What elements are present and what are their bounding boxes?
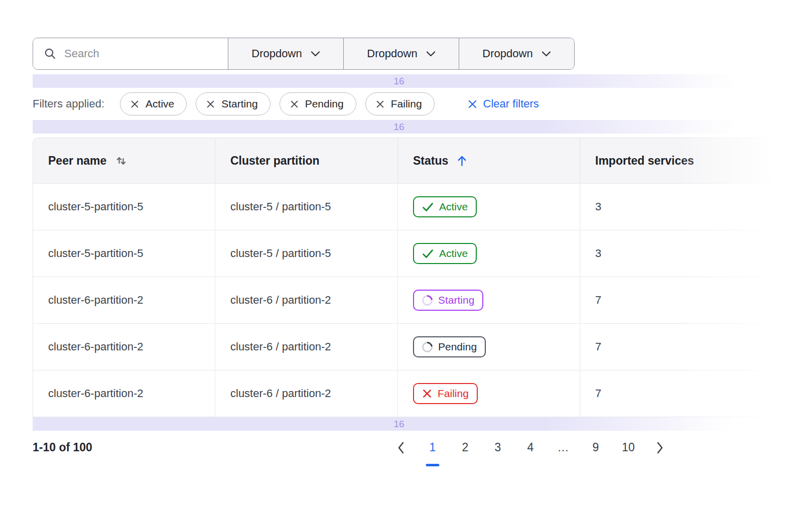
cell-imported-services: 7	[580, 324, 812, 370]
table-row: cluster-6-partition-2 cluster-6 / partit…	[33, 370, 812, 417]
column-header-status[interactable]: Status	[398, 138, 580, 183]
column-header-peer-name[interactable]: Peer name	[33, 138, 215, 183]
cell-imported-services: 7	[580, 370, 812, 417]
table-row: cluster-5-partition-5 cluster-5 / partit…	[33, 183, 812, 230]
cell-status: Failing	[398, 370, 580, 417]
spacing-annotation: 16	[33, 417, 765, 431]
remove-filter-icon[interactable]	[206, 100, 215, 108]
cell-status: Active	[398, 230, 580, 277]
cell-cluster-partition: cluster-6 / partition-2	[215, 277, 398, 323]
cell-status: Active	[398, 184, 580, 230]
pagination-ellipsis: …	[556, 441, 570, 454]
status-badge-failing: Failing	[413, 383, 478, 404]
peers-table: Peer name Cluster partition Status	[33, 138, 812, 417]
table-header-row: Peer name Cluster partition Status	[33, 138, 812, 183]
chevron-down-icon	[311, 51, 320, 57]
cell-imported-services: 3	[580, 230, 812, 277]
page-button-4[interactable]: 4	[523, 441, 537, 454]
filter-chip-starting[interactable]: Starting	[196, 92, 270, 115]
column-header-label: Status	[413, 154, 448, 168]
spinner-icon	[420, 339, 435, 354]
cell-imported-services: 7	[580, 277, 812, 323]
clear-filters-button[interactable]: Clear filters	[468, 97, 539, 110]
status-badge-label: Active	[439, 247, 468, 260]
table-row: cluster-6-partition-2 cluster-6 / partit…	[33, 323, 812, 370]
filters-bar: Filters applied: Active Starting Pending…	[33, 92, 812, 116]
filter-chip-label: Active	[146, 98, 174, 110]
cell-cluster-partition: cluster-5 / partition-5	[215, 230, 398, 277]
remove-filter-icon[interactable]	[376, 100, 384, 108]
filter-chip-pending[interactable]: Pending	[280, 92, 356, 115]
dropdown-label: Dropdown	[251, 47, 302, 60]
filter-chip-failing[interactable]: Failing	[365, 92, 435, 115]
cell-peer-name: cluster-5-partition-5	[33, 184, 215, 230]
status-badge-label: Failing	[438, 388, 469, 400]
status-badge-active: Active	[413, 243, 477, 264]
page-button-2[interactable]: 2	[458, 441, 472, 454]
dropdown-button-3[interactable]: Dropdown	[459, 38, 574, 69]
page-button-10[interactable]: 10	[621, 441, 635, 454]
page-button-9[interactable]: 9	[589, 441, 603, 454]
status-badge-label: Active	[439, 201, 468, 213]
pagination-summary: 1-10 of 100	[33, 441, 92, 454]
cell-status: Starting	[398, 277, 580, 323]
spacing-annotation-label: 16	[393, 419, 404, 430]
filter-chip-label: Pending	[305, 98, 344, 110]
check-icon	[422, 202, 434, 212]
status-badge-starting: Starting	[413, 290, 483, 311]
spacing-annotation: 16	[33, 74, 765, 88]
filter-chip-active[interactable]: Active	[120, 92, 187, 115]
cell-cluster-partition: cluster-6 / partition-2	[215, 370, 398, 417]
page: Dropdown Dropdown Dropdown 16 Filters ap…	[0, 0, 812, 454]
dropdown-button-2[interactable]: Dropdown	[343, 38, 459, 69]
search-box[interactable]	[33, 38, 228, 69]
table-row: cluster-5-partition-5 cluster-5 / partit…	[33, 230, 812, 277]
remove-filter-icon[interactable]	[130, 100, 139, 108]
cell-cluster-partition: cluster-5 / partition-5	[215, 184, 398, 230]
spacing-annotation-label: 16	[393, 76, 404, 87]
filter-chip-label: Starting	[221, 98, 257, 110]
column-header-label: Peer name	[48, 154, 106, 168]
cell-peer-name: cluster-6-partition-2	[33, 277, 215, 323]
dropdown-button-1[interactable]: Dropdown	[228, 38, 343, 69]
cell-peer-name: cluster-6-partition-2	[33, 370, 215, 417]
status-badge-label: Starting	[438, 294, 474, 306]
spacing-annotation: 16	[33, 120, 765, 134]
check-icon	[422, 249, 434, 259]
search-input[interactable]	[64, 47, 217, 60]
filter-chip-label: Failing	[391, 98, 422, 110]
spacing-annotation-label: 16	[393, 121, 404, 133]
status-badge-pending: Pending	[413, 336, 486, 357]
search-icon	[44, 47, 57, 60]
cell-cluster-partition: cluster-6 / partition-2	[215, 324, 398, 370]
spinner-icon	[420, 293, 435, 308]
remove-filter-icon[interactable]	[290, 100, 299, 108]
x-icon	[422, 389, 432, 399]
sort-both-icon[interactable]	[114, 154, 128, 168]
table-row: cluster-6-partition-2 cluster-6 / partit…	[33, 277, 812, 323]
page-button-3[interactable]: 3	[491, 441, 505, 454]
filters-applied-label: Filters applied:	[33, 97, 104, 110]
column-header-label: Imported services	[595, 154, 694, 168]
clear-filters-label: Clear filters	[483, 97, 539, 110]
pagination-controls: 1 2 3 4 … 9 10	[395, 441, 666, 454]
dropdown-label: Dropdown	[482, 47, 532, 60]
cell-peer-name: cluster-5-partition-5	[33, 230, 215, 277]
cell-status: Pending	[398, 324, 580, 370]
clear-x-icon	[468, 99, 477, 109]
chevron-down-icon	[426, 51, 436, 57]
status-badge-active: Active	[413, 196, 477, 217]
previous-page-button[interactable]	[395, 441, 407, 454]
status-badge-label: Pending	[438, 341, 477, 353]
cell-imported-services: 3	[580, 184, 812, 230]
column-header-imported-services: Imported services	[580, 138, 812, 183]
next-page-button[interactable]	[654, 441, 666, 454]
column-header-cluster-partition: Cluster partition	[215, 138, 398, 183]
dropdown-label: Dropdown	[367, 47, 417, 60]
cell-peer-name: cluster-6-partition-2	[33, 324, 215, 370]
chevron-down-icon	[542, 51, 551, 57]
page-button-1[interactable]: 1	[426, 441, 440, 454]
toolbar: Dropdown Dropdown Dropdown	[33, 38, 575, 70]
sort-asc-icon[interactable]	[456, 155, 468, 167]
pagination-bar: 1-10 of 100 1 2 3 4 … 9 10	[33, 441, 666, 454]
